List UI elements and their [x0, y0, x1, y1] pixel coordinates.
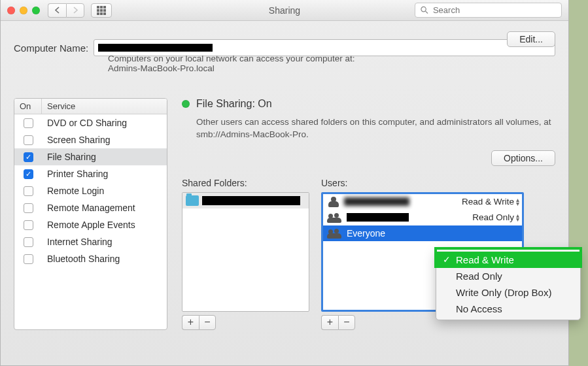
add-shared-folder-button[interactable]: +: [182, 315, 199, 330]
service-label: Internet Sharing: [42, 237, 167, 247]
search-field[interactable]: [415, 3, 562, 18]
users-heading: Users:: [321, 178, 524, 188]
hostname-hint-line2: Admins-MacBook-Pro.local: [108, 63, 555, 73]
col-header-service: Service: [42, 99, 167, 114]
service-checkbox[interactable]: [24, 186, 33, 196]
svg-point-0: [421, 7, 426, 11]
shared-folders-list[interactable]: [182, 192, 309, 312]
user-row[interactable]: Read & Write ▴▾: [323, 194, 522, 210]
permission-menu-item[interactable]: No Access: [436, 301, 580, 317]
status-indicator-icon: [182, 100, 190, 108]
checkmark-icon: ✓: [443, 254, 451, 265]
nav-buttons: [48, 3, 84, 18]
edit-hostname-button[interactable]: Edit...: [507, 31, 555, 47]
folder-icon: [186, 195, 199, 206]
titlebar: Sharing: [1, 0, 568, 21]
chevron-right-icon: [73, 7, 78, 14]
service-checkbox[interactable]: [24, 135, 33, 145]
permission-menu-item[interactable]: Read Only: [436, 268, 580, 284]
grid-icon: [97, 6, 106, 15]
user-icon: [327, 197, 340, 207]
service-label: Screen Sharing: [42, 135, 167, 145]
sharing-prefpane-window: Sharing Computer Name: Edit... Computers…: [0, 0, 569, 366]
show-all-button[interactable]: [91, 3, 112, 18]
remove-user-button[interactable]: −: [338, 315, 355, 330]
search-icon: [421, 6, 428, 14]
window-controls: [7, 7, 40, 14]
service-row-file-sharing[interactable]: ✓File Sharing: [14, 148, 167, 165]
service-label: File Sharing: [42, 152, 167, 162]
service-checkbox[interactable]: [24, 237, 33, 247]
group-icon: [327, 228, 343, 239]
close-window[interactable]: [7, 7, 15, 14]
add-user-button[interactable]: +: [321, 315, 338, 330]
svg-line-1: [426, 11, 428, 13]
search-input[interactable]: [432, 5, 556, 16]
permission-menu-item[interactable]: ✓Read & Write: [436, 252, 580, 268]
user-row[interactable]: Read Only ▴▾: [323, 210, 522, 225]
service-checkbox[interactable]: [24, 203, 33, 213]
zoom-window[interactable]: [32, 7, 40, 14]
shared-folders-heading: Shared Folders:: [182, 178, 309, 188]
status-description: Other users can access shared folders on…: [196, 116, 555, 141]
chevron-left-icon: [54, 7, 60, 14]
computer-name-label: Computer Name:: [14, 42, 88, 54]
col-header-on: On: [14, 99, 42, 114]
forward-button[interactable]: [66, 3, 84, 18]
user-permission[interactable]: Read & Write ▴▾: [462, 197, 519, 207]
service-checkbox[interactable]: ✓: [24, 169, 33, 179]
service-checkbox[interactable]: [24, 118, 33, 128]
status-line: File Sharing: On: [182, 98, 555, 110]
back-button[interactable]: [48, 3, 66, 18]
service-row-internet-sharing[interactable]: Internet Sharing: [14, 233, 167, 250]
service-checkbox[interactable]: ✓: [24, 152, 33, 162]
service-row-bluetooth-sharing[interactable]: Bluetooth Sharing: [14, 250, 167, 267]
options-button[interactable]: Options...: [491, 150, 555, 166]
stepper-icon: ▴▾: [516, 214, 519, 222]
shared-folder-name-redacted: [202, 196, 300, 205]
permission-menu-item[interactable]: Write Only (Drop Box): [436, 284, 580, 301]
service-row-remote-login[interactable]: Remote Login: [14, 182, 167, 199]
service-label: Bluetooth Sharing: [42, 254, 167, 264]
service-row-screen-sharing[interactable]: Screen Sharing: [14, 131, 167, 148]
service-label: Remote Apple Events: [42, 220, 167, 230]
service-label: Remote Management: [42, 203, 167, 213]
user-name-redacted: [344, 197, 409, 206]
shared-folders-column: Shared Folders: + −: [182, 178, 309, 330]
service-label: Printer Sharing: [42, 169, 167, 179]
hostname-hint: Computers on your local network can acce…: [108, 54, 555, 73]
remove-shared-folder-button[interactable]: −: [199, 315, 216, 330]
group-icon: [327, 212, 343, 223]
service-label: Remote Login: [42, 186, 167, 196]
user-name: Everyone: [347, 228, 385, 239]
service-checkbox[interactable]: [24, 220, 33, 230]
service-row-remote-apple-events[interactable]: Remote Apple Events: [14, 216, 167, 233]
computer-name-value-redacted: [98, 44, 213, 52]
user-row[interactable]: Everyone: [323, 225, 522, 241]
service-row-dvd-or-cd-sharing[interactable]: DVD or CD Sharing: [14, 114, 167, 131]
service-row-remote-management[interactable]: Remote Management: [14, 199, 167, 216]
service-row-printer-sharing[interactable]: ✓Printer Sharing: [14, 165, 167, 182]
shared-folder-row[interactable]: [182, 193, 309, 208]
status-title: File Sharing: On: [196, 98, 272, 110]
user-permission[interactable]: Read Only ▴▾: [472, 212, 519, 222]
services-header: On Service: [14, 99, 167, 114]
user-name-redacted: [347, 213, 409, 222]
service-label: DVD or CD Sharing: [42, 118, 167, 128]
service-checkbox[interactable]: [24, 254, 33, 264]
minimize-window[interactable]: [20, 7, 27, 14]
stepper-icon: ▴▾: [516, 198, 519, 206]
permission-menu[interactable]: ✓Read & WriteRead OnlyWrite Only (Drop B…: [436, 248, 581, 320]
shared-folders-addremove: + −: [182, 315, 309, 330]
services-table: On Service DVD or CD SharingScreen Shari…: [14, 98, 167, 330]
